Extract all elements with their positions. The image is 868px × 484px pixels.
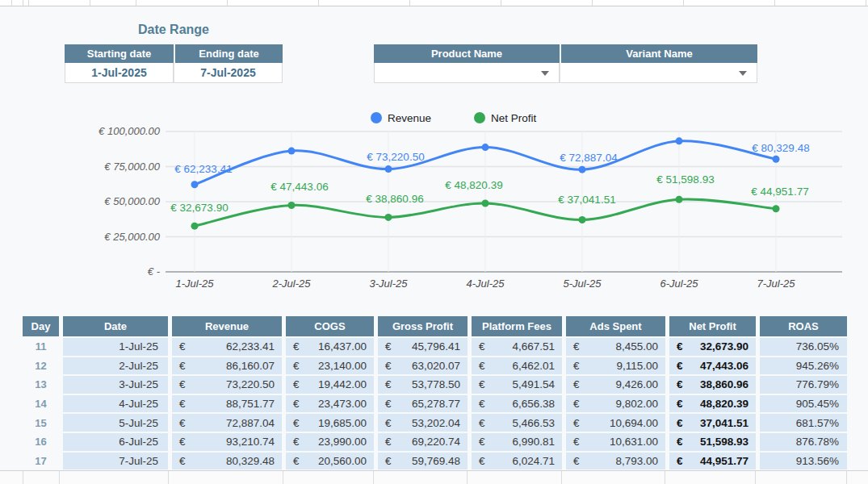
net-profit-cell-value: 37,041.51 xyxy=(700,417,748,429)
platform-fees-cell: €5,491.54 xyxy=(472,376,562,394)
legend-label: Revenue xyxy=(388,112,431,124)
revenue-cell-value: 62,233.41 xyxy=(226,340,275,353)
revenue-cell-value: 80,329.48 xyxy=(226,455,275,467)
ads-spent-cell: €9,426.00 xyxy=(566,376,665,394)
currency-symbol: € xyxy=(179,417,186,429)
data-point xyxy=(482,200,489,207)
x-axis-tick: 7-Jul-25 xyxy=(757,277,796,290)
starting-date-header: Starting date xyxy=(65,44,174,63)
legend-dot-revenue xyxy=(371,112,382,123)
date-range-title: Date Range xyxy=(65,23,283,37)
data-point-label: € 48,820.39 xyxy=(445,179,502,191)
currency-symbol: € xyxy=(677,340,683,353)
currency-symbol: € xyxy=(385,417,392,429)
cogs-cell: €19,442.00 xyxy=(286,376,374,394)
legend-label: Net Profit xyxy=(491,112,537,124)
currency-symbol: € xyxy=(573,436,580,448)
day-cell: 13 xyxy=(23,376,59,394)
net-profit-cell: €51,598.93 xyxy=(669,433,756,451)
cogs-cell: €23,990.00 xyxy=(286,433,374,451)
column-header-day: Day xyxy=(23,316,59,336)
starting-date-input[interactable]: 1-Jul-2025 xyxy=(65,63,174,83)
x-axis-tick: 6-Jul-25 xyxy=(660,277,699,290)
y-axis-tick: € 50,000.00 xyxy=(104,195,160,207)
gross-profit-cell-value: 53,202.04 xyxy=(412,417,460,429)
ads-spent-cell-value: 9,426.00 xyxy=(615,378,658,390)
net-profit-cell-value: 48,820.39 xyxy=(700,398,748,410)
data-point xyxy=(676,196,683,203)
cogs-cell-value: 23,990.00 xyxy=(318,436,367,448)
column-header-gross-profit: Gross Profit xyxy=(378,316,468,336)
currency-symbol: € xyxy=(179,340,186,353)
column-header-net-profit: Net Profit xyxy=(669,316,756,336)
x-axis-tick: 5-Jul-25 xyxy=(564,277,602,290)
ads-spent-cell-value: 10,694.00 xyxy=(610,417,658,429)
data-point-label: € 80,329.48 xyxy=(752,142,809,154)
column-header-ads-spent: Ads Spent xyxy=(566,316,665,336)
cogs-cell: €19,685.00 xyxy=(286,414,374,432)
revenue-cell: €72,887.04 xyxy=(172,414,282,432)
currency-symbol: € xyxy=(293,455,300,467)
product-name-dropdown[interactable] xyxy=(374,63,560,83)
revenue-cell-value: 88,751.77 xyxy=(226,398,275,410)
x-axis-tick: 2-Jul-25 xyxy=(272,277,312,290)
data-point-label: € 73,220.50 xyxy=(367,151,424,163)
currency-symbol: € xyxy=(573,398,580,410)
net-profit-cell: €48,820.39 xyxy=(669,395,756,413)
ads-spent-cell: €10,694.00 xyxy=(566,414,665,432)
revenue-cell: €86,160.07 xyxy=(172,357,282,375)
revenue-cell-value: 86,160.07 xyxy=(226,360,275,372)
legend-dot-net-profit xyxy=(474,112,485,123)
ending-date-input[interactable]: 7-Jul-2025 xyxy=(174,63,283,83)
date-cell: 3-Jul-25 xyxy=(63,376,168,394)
data-point-label: € 62,233.41 xyxy=(174,163,232,175)
gross-profit-cell-value: 59,769.48 xyxy=(412,455,460,467)
data-point xyxy=(579,216,586,223)
cogs-cell-value: 19,442.00 xyxy=(318,378,367,390)
gross-profit-cell-value: 69,220.74 xyxy=(412,436,460,448)
product-name-header: Product Name xyxy=(374,44,560,63)
net-profit-cell: €47,443.06 xyxy=(669,357,756,375)
cogs-cell: €16,437.00 xyxy=(286,338,374,356)
chevron-down-icon xyxy=(541,71,549,76)
currency-symbol: € xyxy=(677,436,683,448)
currency-symbol: € xyxy=(573,455,580,467)
currency-symbol: € xyxy=(479,455,485,467)
data-point xyxy=(385,214,392,221)
net-profit-cell-value: 47,443.06 xyxy=(700,360,748,372)
roas-cell: 905.45% xyxy=(760,395,847,413)
date-cell: 1-Jul-25 xyxy=(63,338,168,356)
y-axis-tick: € 75,000.00 xyxy=(104,161,160,173)
revenue-cell: €62,233.41 xyxy=(172,338,282,356)
platform-fees-cell-value: 5,491.54 xyxy=(512,378,555,390)
ads-spent-cell-value: 9,802.00 xyxy=(615,398,658,410)
net-profit-cell: €37,041.51 xyxy=(669,414,756,432)
currency-symbol: € xyxy=(293,378,300,390)
ending-date-header: Ending date xyxy=(174,44,283,63)
data-point xyxy=(773,156,780,163)
gross-profit-cell-value: 63,020.07 xyxy=(412,360,460,372)
y-axis-tick: € - xyxy=(148,265,161,277)
data-point xyxy=(288,148,296,155)
chevron-down-icon xyxy=(739,71,747,76)
variant-name-dropdown[interactable] xyxy=(560,63,757,83)
revenue-cell: €73,220.50 xyxy=(172,376,282,394)
day-cell: 15 xyxy=(23,414,59,432)
revenue-cell-value: 72,887.04 xyxy=(226,417,275,429)
revenue-cell-value: 93,210.74 xyxy=(226,436,275,448)
column-header-cogs: COGS xyxy=(286,316,374,336)
x-axis-tick: 1-Jul-25 xyxy=(176,277,215,290)
net-profit-cell-value: 51,598.93 xyxy=(700,436,748,448)
currency-symbol: € xyxy=(479,360,485,372)
cogs-cell: €23,473.00 xyxy=(286,395,374,413)
data-point-label: € 37,041.51 xyxy=(558,194,615,206)
ads-spent-cell: €9,802.00 xyxy=(566,395,665,413)
net-profit-cell: €44,951.77 xyxy=(669,453,756,470)
platform-fees-cell-value: 6,990.81 xyxy=(512,436,555,448)
ads-spent-cell-value: 10,631.00 xyxy=(610,436,658,448)
cogs-cell-value: 23,473.00 xyxy=(318,398,367,410)
currency-symbol: € xyxy=(179,398,186,410)
currency-symbol: € xyxy=(573,340,580,353)
platform-fees-cell: €5,466.53 xyxy=(472,414,562,432)
x-axis-tick: 4-Jul-25 xyxy=(467,277,505,290)
